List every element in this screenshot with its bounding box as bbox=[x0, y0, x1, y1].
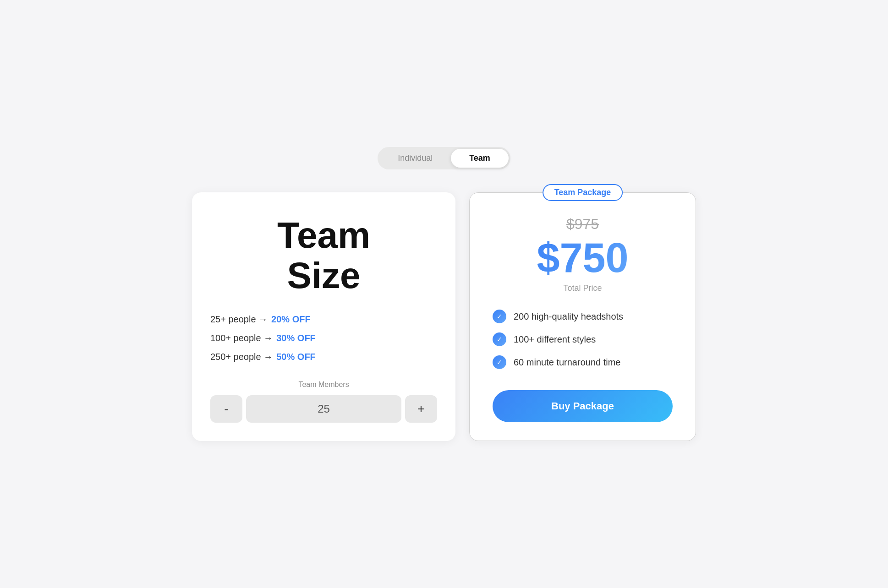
feature-item-3: ✓ 60 minute turnaround time bbox=[493, 355, 673, 369]
toggle-team[interactable]: Team bbox=[451, 149, 509, 168]
quantity-input[interactable] bbox=[246, 395, 401, 423]
original-price: $975 bbox=[566, 216, 599, 233]
feature-item-2: ✓ 100+ different styles bbox=[493, 332, 673, 346]
total-price-label: Total Price bbox=[563, 283, 602, 293]
discount-list: 25+ people → 20% OFF 100+ people → 30% O… bbox=[210, 314, 437, 362]
check-icon-3: ✓ bbox=[493, 355, 506, 369]
cards-container: Team Size 25+ people → 20% OFF 100+ peop… bbox=[192, 192, 696, 441]
team-members-label: Team Members bbox=[298, 381, 349, 389]
feature-item-1: ✓ 200 high-quality headshots bbox=[493, 310, 673, 323]
left-card: Team Size 25+ people → 20% OFF 100+ peop… bbox=[192, 192, 455, 441]
check-icon-1: ✓ bbox=[493, 310, 506, 323]
team-package-badge: Team Package bbox=[543, 184, 623, 201]
decrement-button[interactable]: - bbox=[210, 395, 242, 423]
right-card-wrapper: Team Package $975 $750 Total Price ✓ 200… bbox=[469, 192, 696, 441]
team-size-title: Team Size bbox=[277, 215, 370, 296]
toggle-individual[interactable]: Individual bbox=[379, 149, 451, 168]
increment-button[interactable]: + bbox=[405, 395, 437, 423]
discount-item-1: 25+ people → 20% OFF bbox=[210, 314, 437, 325]
discount-item-2: 100+ people → 30% OFF bbox=[210, 333, 437, 343]
buy-package-button[interactable]: Buy Package bbox=[493, 390, 673, 422]
quantity-stepper: - + bbox=[210, 395, 437, 423]
discount-item-3: 250+ people → 50% OFF bbox=[210, 352, 437, 362]
page-wrapper: Individual Team Team Size 25+ people → 2… bbox=[192, 147, 696, 441]
sale-price: $750 bbox=[537, 235, 628, 281]
check-icon-2: ✓ bbox=[493, 332, 506, 346]
plan-toggle: Individual Team bbox=[378, 147, 510, 169]
right-card: $975 $750 Total Price ✓ 200 high-quality… bbox=[469, 192, 696, 441]
features-list: ✓ 200 high-quality headshots ✓ 100+ diff… bbox=[493, 310, 673, 369]
